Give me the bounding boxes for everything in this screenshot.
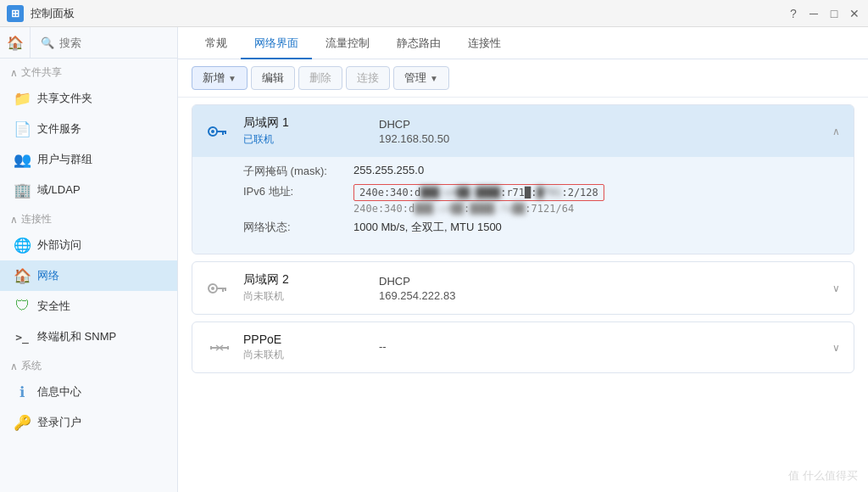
sidebar-item-login-portal[interactable]: 🔑 登录门户 [0,407,177,438]
home-icon: 🏠 [7,35,24,51]
connect-label: 连接 [357,70,379,86]
tab-network-interface[interactable]: 网络界面 [241,27,312,59]
tab-bar: 常规 网络界面 流量控制 静态路由 连接性 [178,27,868,59]
pppoe-info-col: -- [379,340,832,355]
lan1-name: 局域网 1 [243,115,379,131]
add-button[interactable]: 新增 ▼ [192,66,248,90]
lan1-info-col: DHCP 192.168.50.50 [379,118,832,145]
content-area: 常规 网络界面 流量控制 静态路由 连接性 新增 ▼ 编辑 删除 连接 管理 ▼ [178,27,868,492]
detail-row-network-status: 网络状态: 1000 Mb/s, 全双工, MTU 1500 [243,220,840,235]
pppoe-type: -- [379,340,832,353]
lan2-info-col: DHCP 169.254.222.83 [379,275,832,302]
svg-point-1 [211,130,214,133]
subnet-mask-value: 255.255.255.0 [353,164,840,176]
sidebar-item-info-center[interactable]: ℹ 信息中心 [0,377,177,407]
sidebar-item-shared-folder[interactable]: 📁 共享文件夹 [0,83,177,114]
security-icon: 🛡 [14,298,31,315]
home-button[interactable]: 🏠 [0,27,31,58]
lan1-chevron-icon: ∧ [832,126,840,137]
watermark: 值 什么值得买 [788,468,858,484]
lan2-type: DHCP [379,275,832,288]
network-list: 局域网 1 已联机 DHCP 192.168.50.50 ∧ 子网掩码 (mas… [178,98,868,492]
folder-icon: 📁 [14,90,31,107]
maximize-button[interactable]: □ [827,7,841,20]
lan2-chevron-icon: ∨ [832,282,840,294]
sidebar-top-row: 🏠 🔍 [0,27,177,59]
search-input[interactable] [59,36,178,49]
sidebar-item-external-access[interactable]: 🌐 外部访问 [0,230,177,260]
network-item-lan2: 局域网 2 尚未联机 DHCP 169.254.222.83 ∨ [192,261,854,315]
lan1-connected-icon [208,124,231,139]
lan2-icon-wrap [206,281,233,296]
terminal-icon: >_ [14,328,31,345]
lan1-type: DHCP [379,118,832,131]
delete-label: 删除 [309,70,331,86]
lan1-name-col: 局域网 1 已联机 [243,115,379,147]
network-status-label: 网络状态: [243,220,353,235]
lan2-name-col: 局域网 2 尚未联机 [243,272,379,304]
network-status-value: 1000 Mb/s, 全双工, MTU 1500 [353,220,840,235]
ipv6-value-highlighted: 240e:340:d███:c4██:████:r71█:█f91:2/128 [353,184,604,201]
main-layout: 🏠 🔍 ∧ 文件共享 📁 共享文件夹 📄 文件服务 👥 用户与群组 🏢 域/LD [0,27,868,492]
sidebar-item-label: 文件服务 [37,121,81,137]
tab-general[interactable]: 常规 [192,27,241,59]
sidebar-item-label: 终端机和 SNMP [37,329,116,344]
tab-static-route[interactable]: 静态路由 [383,27,454,59]
sidebar-item-label: 用户与群组 [37,152,92,167]
search-bar: 🔍 [31,30,178,56]
pppoe-name-col: PPPoE 尚未联机 [243,333,379,362]
manage-arrow-icon: ▼ [430,74,438,83]
ipv6-values: 240e:340:d███:c4██:████:r71█:█f91:2/128 … [353,184,604,215]
section-toggle-connectivity[interactable]: ∧ [10,214,18,226]
sidebar-item-label: 安全性 [37,299,70,314]
sidebar-item-domain-ldap[interactable]: 🏢 域/LDAP [0,175,177,205]
sidebar: 🏠 🔍 ∧ 文件共享 📁 共享文件夹 📄 文件服务 👥 用户与群组 🏢 域/LD [0,27,178,492]
svg-point-6 [211,287,214,290]
external-icon: 🌐 [14,237,31,254]
login-icon: 🔑 [14,414,31,431]
network-item-lan2-header[interactable]: 局域网 2 尚未联机 DHCP 169.254.222.83 ∨ [192,262,854,314]
delete-button[interactable]: 删除 [298,66,342,90]
tab-connectivity[interactable]: 连接性 [454,27,515,59]
section-toggle-file-share[interactable]: ∧ [10,67,18,79]
connect-button[interactable]: 连接 [346,66,390,90]
sidebar-item-label: 共享文件夹 [37,91,92,106]
ipv6-label: IPv6 地址: [243,184,353,199]
edit-button[interactable]: 编辑 [251,66,295,90]
sidebar-item-terminal-snmp[interactable]: >_ 终端机和 SNMP [0,321,177,352]
pppoe-icon [208,340,231,355]
sidebar-item-users-groups[interactable]: 👥 用户与群组 [0,144,177,175]
search-icon: 🔍 [41,36,54,49]
titlebar-title: 控制面板 [31,6,787,21]
add-label: 新增 [203,70,225,86]
pppoe-icon-wrap [206,340,233,355]
network-item-lan1: 局域网 1 已联机 DHCP 192.168.50.50 ∧ 子网掩码 (mas… [192,104,854,254]
network-item-pppoe-header[interactable]: PPPoE 尚未联机 -- ∨ [192,322,854,372]
pppoe-chevron-icon: ∨ [832,342,840,354]
lan2-disconnected-icon [208,281,231,296]
sidebar-item-file-service[interactable]: 📄 文件服务 [0,114,177,144]
edit-label: 编辑 [262,70,284,86]
sidebar-item-network[interactable]: 🏠 网络 [0,260,177,291]
tab-traffic-control[interactable]: 流量控制 [312,27,383,59]
network-item-lan1-header[interactable]: 局域网 1 已联机 DHCP 192.168.50.50 ∧ [192,105,854,157]
add-arrow-icon: ▼ [228,74,236,83]
pppoe-status: 尚未联机 [243,348,379,362]
toolbar: 新增 ▼ 编辑 删除 连接 管理 ▼ [178,59,868,98]
file-icon: 📄 [14,120,31,137]
sidebar-item-security[interactable]: 🛡 安全性 [0,291,177,321]
lan2-name: 局域网 2 [243,272,379,288]
help-button[interactable]: ? [787,7,800,20]
lan1-status: 已联机 [243,132,379,147]
subnet-mask-label: 子网掩码 (mask): [243,164,353,179]
domain-icon: 🏢 [14,182,31,198]
sidebar-item-label: 外部访问 [37,238,81,253]
lan2-status: 尚未联机 [243,289,379,304]
manage-button[interactable]: 管理 ▼ [393,66,449,90]
pppoe-name: PPPoE [243,333,379,346]
minimize-button[interactable]: ─ [807,7,821,20]
close-button[interactable]: ✕ [848,7,861,20]
ipv6-value2: 240e:340:d███:c4██:████:fe██:7121/64 [353,203,604,215]
section-toggle-system[interactable]: ∧ [10,361,18,372]
sidebar-item-label: 网络 [37,268,59,283]
